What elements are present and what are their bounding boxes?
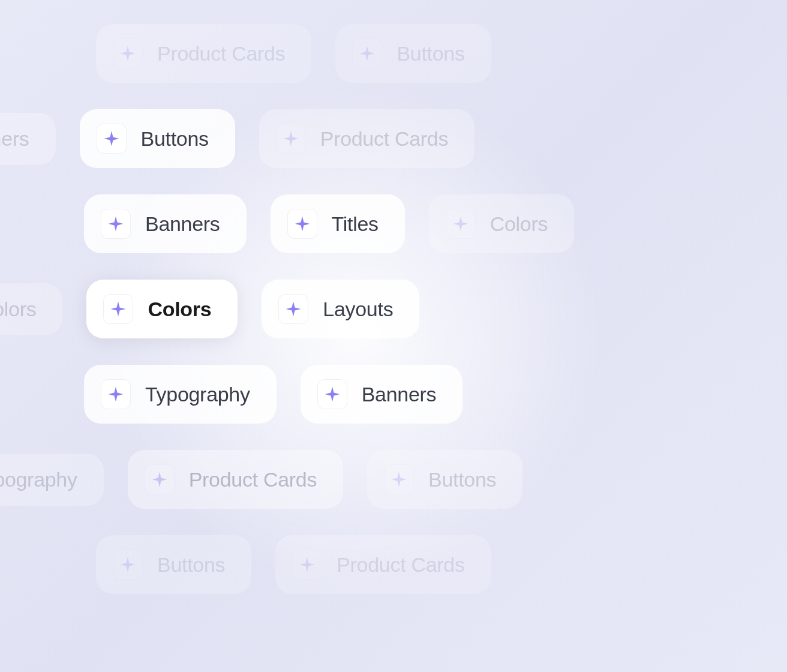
chip-row: Buttons Product Cards bbox=[96, 535, 787, 594]
chip-row: Banners Titles Colors bbox=[84, 194, 787, 253]
sparkle-icon-box bbox=[276, 124, 306, 154]
chip-label: Colors bbox=[0, 298, 36, 321]
chip-label: Banners bbox=[362, 383, 437, 406]
chip-row: Banners Buttons Product Cards bbox=[0, 109, 787, 168]
sparkle-icon-box bbox=[145, 464, 175, 494]
chip-label: Product Cards bbox=[189, 468, 317, 491]
sparkle-icon bbox=[119, 44, 137, 62]
sparkle-icon-box bbox=[352, 38, 382, 68]
sparkle-icon-box bbox=[101, 209, 131, 239]
chip-buttons[interactable]: Buttons bbox=[335, 24, 491, 83]
sparkle-icon bbox=[107, 215, 125, 233]
chip-label: Buttons bbox=[396, 42, 464, 65]
sparkle-icon bbox=[293, 215, 311, 233]
sparkle-icon bbox=[151, 470, 169, 488]
sparkle-icon-box bbox=[317, 379, 347, 409]
sparkle-icon-box bbox=[113, 550, 143, 580]
sparkle-icon bbox=[358, 44, 376, 62]
chip-buttons[interactable]: Buttons bbox=[96, 535, 251, 594]
chip-row: Product Cards Buttons bbox=[96, 24, 787, 83]
chip-titles[interactable]: Titles bbox=[271, 194, 405, 253]
chip-rows-container: Product Cards Buttons Banners Buttons Pr… bbox=[0, 0, 787, 594]
sparkle-icon-box bbox=[101, 379, 131, 409]
sparkle-icon-box bbox=[287, 209, 317, 239]
sparkle-icon-box bbox=[113, 38, 143, 68]
chip-label: Buttons bbox=[157, 553, 225, 577]
sparkle-icon bbox=[284, 300, 302, 318]
chip-layouts[interactable]: Layouts bbox=[262, 280, 419, 338]
chip-product-cards[interactable]: Product Cards bbox=[259, 109, 474, 168]
chip-colors-focused[interactable]: Colors bbox=[86, 280, 238, 338]
chip-row: Colors Colors Layouts bbox=[0, 280, 787, 338]
chip-label: Layouts bbox=[323, 298, 393, 321]
chip-product-cards[interactable]: Product Cards bbox=[96, 24, 311, 83]
sparkle-icon-box bbox=[278, 294, 308, 324]
chip-buttons[interactable]: Buttons bbox=[80, 109, 235, 168]
sparkle-icon bbox=[103, 130, 121, 148]
chip-banners[interactable]: Banners bbox=[301, 365, 463, 424]
sparkle-icon-box bbox=[103, 294, 133, 324]
sparkle-icon bbox=[282, 130, 300, 148]
chip-label: Product Cards bbox=[320, 127, 448, 151]
chip-label: Banners bbox=[145, 212, 220, 236]
sparkle-icon bbox=[390, 470, 408, 488]
chip-label: Typography bbox=[145, 383, 250, 406]
chip-banners[interactable]: Banners bbox=[0, 113, 56, 165]
chip-colors[interactable]: Colors bbox=[0, 283, 62, 335]
sparkle-icon bbox=[119, 556, 137, 574]
chip-label: Colors bbox=[148, 298, 211, 321]
chip-label: Titles bbox=[332, 212, 379, 236]
chip-buttons[interactable]: Buttons bbox=[367, 450, 522, 509]
sparkle-icon bbox=[323, 385, 341, 403]
chip-label: Product Cards bbox=[337, 553, 464, 577]
sparkle-icon-box bbox=[292, 550, 322, 580]
chip-row: Typography Product Cards Buttons bbox=[0, 450, 787, 509]
chip-typography[interactable]: Typography bbox=[0, 454, 104, 506]
chip-label: Buttons bbox=[141, 127, 209, 151]
sparkle-icon-box bbox=[446, 209, 476, 239]
sparkle-icon bbox=[109, 300, 127, 318]
chip-colors[interactable]: Colors bbox=[429, 194, 574, 253]
chip-banners[interactable]: Banners bbox=[84, 194, 247, 253]
chip-label: Typography bbox=[0, 468, 77, 491]
chip-label: Buttons bbox=[428, 468, 496, 491]
chip-product-cards[interactable]: Product Cards bbox=[275, 535, 491, 594]
chip-label: Banners bbox=[0, 127, 29, 151]
chip-typography[interactable]: Typography bbox=[84, 365, 277, 424]
sparkle-icon-box bbox=[384, 464, 414, 494]
chip-row: Typography Banners bbox=[84, 365, 787, 424]
sparkle-icon-box bbox=[97, 124, 127, 154]
chip-product-cards[interactable]: Product Cards bbox=[128, 450, 343, 509]
chip-label: Product Cards bbox=[157, 42, 285, 65]
chip-label: Colors bbox=[490, 212, 548, 236]
sparkle-icon bbox=[107, 385, 125, 403]
sparkle-icon bbox=[452, 215, 470, 233]
sparkle-icon bbox=[298, 556, 316, 574]
